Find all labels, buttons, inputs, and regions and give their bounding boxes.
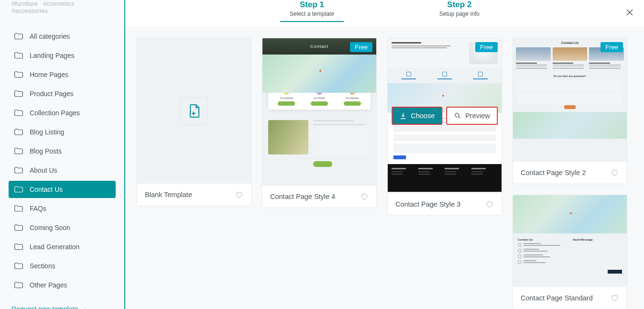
tag-cloud: #furniture #cosmetics #accessories: [0, 0, 124, 19]
nav-label: Landing Pages: [30, 52, 74, 59]
template-card-standard[interactable]: Free Contact Us Send Message: [513, 195, 627, 309]
sidebar: #furniture #cosmetics #accessories All c…: [0, 0, 125, 309]
choose-button[interactable]: Choose: [392, 107, 442, 125]
step-title: Step 2: [439, 0, 480, 10]
preview-label: Preview: [465, 112, 490, 120]
template-thumbnail: Free Contact Us Do you have any question…: [513, 38, 627, 162]
favorite-button[interactable]: [235, 190, 243, 199]
tag[interactable]: #cosmetics: [44, 0, 75, 7]
nav-lead-generation[interactable]: Lead Generation: [9, 238, 116, 255]
card-title: Blank Template: [145, 191, 192, 199]
favorite-button[interactable]: [485, 200, 494, 209]
category-nav: All categories Landing Pages Home Pages …: [0, 19, 124, 294]
folder-icon: [14, 129, 23, 135]
nav-all-categories[interactable]: All categories: [9, 28, 116, 45]
download-icon: [399, 112, 407, 120]
free-badge: Free: [475, 42, 498, 52]
close-button[interactable]: [625, 8, 634, 17]
free-badge: Free: [600, 42, 623, 52]
nav-collection-pages[interactable]: Collection Pages: [9, 104, 116, 121]
heart-icon: [235, 190, 243, 199]
nav-faqs[interactable]: FAQs: [9, 200, 116, 217]
nav-coming-soon[interactable]: Coming Soon: [9, 219, 116, 236]
folder-icon: [14, 186, 23, 193]
blank-thumbnail: [137, 38, 251, 184]
template-thumbnail: Free Contact Our Address Our Phone Our A…: [262, 38, 376, 186]
preview-button[interactable]: Preview: [446, 107, 498, 125]
nav-label: About Us: [30, 166, 57, 174]
card-footer: Blank Template: [137, 184, 251, 206]
folder-icon: [14, 224, 23, 231]
nav-blog-listing[interactable]: Blog Listing: [9, 123, 116, 141]
step-2[interactable]: Step 2 Setup page info: [430, 0, 489, 22]
nav-label: Coming Soon: [30, 224, 70, 232]
steps-header: Step 1 Select a template Step 2 Setup pa…: [125, 0, 644, 27]
heart-icon: [611, 168, 619, 177]
search-icon: [454, 112, 461, 120]
nav-label: Blog Posts: [30, 147, 62, 155]
folder-icon: [14, 71, 23, 78]
nav-label: All categories: [30, 33, 70, 40]
folder-icon: [14, 148, 23, 154]
nav-label: Contact Us: [30, 186, 63, 193]
main-panel: Step 1 Select a template Step 2 Setup pa…: [125, 0, 644, 309]
nav-label: Lead Generation: [30, 243, 79, 251]
free-badge: Free: [350, 42, 372, 52]
card-footer: Contact Page Style 3: [388, 193, 502, 215]
folder-icon: [14, 282, 23, 288]
heart-icon: [360, 192, 369, 201]
thumb-left-heading: Contact Us: [518, 238, 567, 241]
add-page-icon: [180, 97, 208, 125]
nav-label: Other Pages: [30, 281, 67, 289]
nav-about-us[interactable]: About Us: [9, 162, 116, 179]
card-footer: Contact Page Style 4: [262, 186, 376, 208]
step-1[interactable]: Step 1 Select a template: [280, 0, 344, 22]
nav-home-pages[interactable]: Home Pages: [9, 66, 116, 83]
svg-point-0: [455, 113, 459, 117]
favorite-button[interactable]: [611, 294, 619, 302]
template-card-blank[interactable]: Blank Template: [137, 38, 251, 206]
nav-label: Collection Pages: [30, 109, 80, 117]
request-template-link[interactable]: Request new template →: [0, 296, 124, 309]
template-card-style3[interactable]: Free Choose Preview: [387, 38, 502, 216]
nav-blog-posts[interactable]: Blog Posts: [9, 143, 116, 160]
nav-product-pages[interactable]: Product Pages: [9, 85, 116, 102]
nav-landing-pages[interactable]: Landing Pages: [9, 47, 116, 64]
card-footer: Contact Page Standard: [513, 287, 627, 309]
folder-icon: [14, 110, 23, 116]
nav-label: Blog Listing: [30, 128, 64, 136]
request-template-label: Request new template: [11, 305, 78, 309]
nav-other-pages[interactable]: Other Pages: [9, 276, 116, 294]
nav-label: FAQs: [30, 205, 46, 212]
hover-actions: Choose Preview: [392, 107, 498, 125]
arrow-right-icon: →: [81, 305, 87, 309]
thumb-question: Do you have any questions?: [513, 75, 627, 77]
template-card-style2[interactable]: Free Contact Us Do you have any question…: [513, 38, 627, 184]
heart-icon: [611, 294, 619, 302]
folder-icon: [14, 33, 23, 40]
nav-label: Product Pages: [30, 90, 74, 98]
heart-icon: [485, 200, 494, 209]
template-card-style4[interactable]: Free Contact Our Address Our Phone Our A…: [262, 38, 377, 208]
favorite-button[interactable]: [360, 192, 369, 201]
folder-icon: [14, 205, 23, 212]
gallery-column: Free Contact Us Do you have any question…: [513, 38, 627, 309]
tag[interactable]: #accessories: [11, 7, 48, 14]
folder-icon: [14, 90, 23, 97]
card-title: Contact Page Standard: [521, 294, 593, 302]
step-title: Step 1: [290, 0, 334, 10]
nav-sections[interactable]: Sections: [9, 257, 116, 275]
step-subtitle: Select a template: [290, 11, 334, 17]
folder-icon: [14, 263, 23, 269]
close-icon: [625, 8, 634, 17]
favorite-button[interactable]: [611, 168, 619, 177]
nav-contact-us[interactable]: Contact Us: [9, 181, 116, 198]
template-thumbnail: Free Contact Us Send Message: [513, 195, 627, 287]
card-title: Contact Page Style 2: [521, 169, 586, 177]
tag[interactable]: #furniture: [11, 0, 38, 7]
template-thumbnail: Free Choose Preview: [388, 38, 502, 193]
card-title: Contact Page Style 3: [395, 200, 460, 208]
template-gallery: Blank Template Free Contact Our Address …: [125, 27, 644, 309]
folder-icon: [14, 243, 23, 250]
folder-icon: [14, 167, 23, 174]
